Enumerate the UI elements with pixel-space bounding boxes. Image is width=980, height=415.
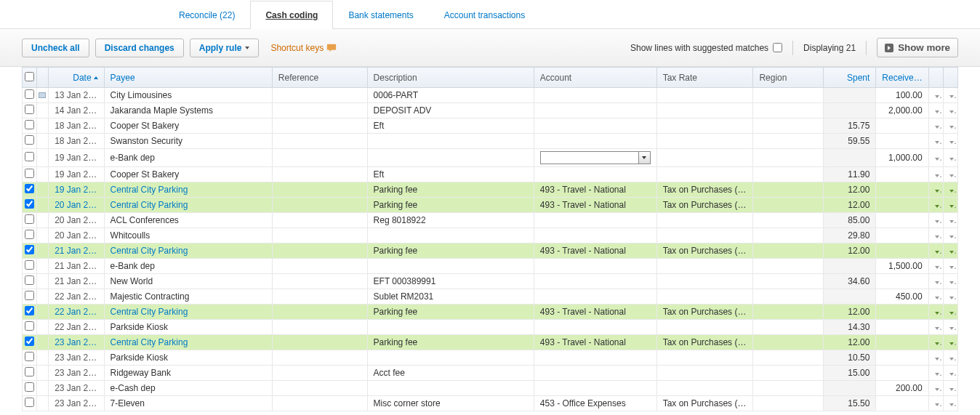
table-row[interactable]: 20 Jan 2024Central City ParkingParking f…: [23, 198, 958, 213]
apply-rule-button[interactable]: Apply rule: [190, 39, 260, 57]
date-cell[interactable]: 18 Jan 2024: [49, 118, 104, 134]
row-menu-1[interactable]: [928, 182, 943, 198]
row-checkbox-cell[interactable]: [23, 88, 37, 103]
row-checkbox[interactable]: [25, 169, 34, 178]
table-row[interactable]: 18 Jan 2024Swanston Security59.55: [23, 134, 958, 149]
account-cell[interactable]: 493 - Travel - National: [534, 305, 656, 320]
region-cell[interactable]: [753, 228, 824, 243]
payee-cell[interactable]: Majestic Contracting: [104, 289, 272, 305]
date-cell[interactable]: 22 Jan 2024: [49, 320, 104, 335]
row-menu-2[interactable]: [943, 228, 957, 243]
description-cell[interactable]: Eft: [367, 167, 534, 182]
date-cell[interactable]: 19 Jan 2024: [49, 167, 104, 182]
table-row[interactable]: 19 Jan 2024Cooper St BakeryEft11.90: [23, 167, 958, 182]
date-cell[interactable]: 23 Jan 2024: [49, 396, 104, 411]
region-cell[interactable]: [753, 167, 824, 182]
row-menu-2[interactable]: [943, 167, 957, 182]
reference-cell[interactable]: [272, 149, 367, 167]
row-menu-1[interactable]: [928, 103, 943, 118]
date-cell[interactable]: 23 Jan 2024: [49, 350, 104, 366]
reference-cell[interactable]: [272, 305, 367, 320]
account-header[interactable]: Account: [534, 68, 656, 88]
date-cell[interactable]: 22 Jan 2024: [49, 305, 104, 320]
region-cell[interactable]: [753, 350, 824, 366]
date-cell[interactable]: 13 Jan 2024: [49, 88, 104, 103]
row-menu-2[interactable]: [943, 134, 957, 149]
row-menu-1[interactable]: [928, 320, 943, 335]
row-checkbox[interactable]: [25, 214, 34, 224]
region-cell[interactable]: [753, 259, 824, 274]
show-matches-checkbox[interactable]: [773, 43, 782, 52]
payee-header[interactable]: Payee: [104, 68, 272, 88]
row-checkbox[interactable]: [25, 352, 34, 361]
payee-cell[interactable]: e-Bank dep: [104, 149, 272, 167]
row-menu-2[interactable]: [943, 305, 957, 320]
tab-reconcile[interactable]: Reconcile (22): [164, 1, 250, 29]
row-checkbox[interactable]: [25, 275, 34, 285]
table-row[interactable]: 23 Jan 2024e-Cash dep200.00: [23, 381, 958, 396]
description-cell[interactable]: [367, 228, 534, 243]
payee-cell[interactable]: Parkside Kiosk: [104, 320, 272, 335]
region-cell[interactable]: [753, 118, 824, 134]
row-checkbox[interactable]: [25, 199, 34, 209]
row-checkbox-cell[interactable]: [23, 228, 37, 243]
tax-cell[interactable]: Tax on Purchases (8.2…: [656, 182, 753, 198]
reference-cell[interactable]: [272, 335, 367, 350]
row-checkbox-cell[interactable]: [23, 118, 37, 134]
account-cell[interactable]: [534, 134, 656, 149]
reference-cell[interactable]: [272, 228, 367, 243]
row-checkbox[interactable]: [25, 337, 34, 346]
tax-cell[interactable]: [656, 88, 753, 103]
table-row[interactable]: 21 Jan 2024e-Bank dep1,500.00: [23, 259, 958, 274]
received-header[interactable]: Receive…: [876, 68, 928, 88]
row-checkbox[interactable]: [25, 152, 34, 161]
row-checkbox[interactable]: [25, 184, 34, 193]
payee-cell[interactable]: e-Bank dep: [104, 259, 272, 274]
row-menu-2[interactable]: [943, 289, 957, 305]
row-checkbox[interactable]: [25, 306, 34, 315]
row-menu-1[interactable]: [928, 213, 943, 228]
description-cell[interactable]: Parking fee: [367, 305, 534, 320]
description-cell[interactable]: [367, 320, 534, 335]
row-menu-1[interactable]: [928, 381, 943, 396]
payee-cell[interactable]: Central City Parking: [104, 243, 272, 259]
row-menu-2[interactable]: [943, 259, 957, 274]
row-menu-1[interactable]: [928, 305, 943, 320]
row-checkbox-cell[interactable]: [23, 103, 37, 118]
region-cell[interactable]: [753, 149, 824, 167]
account-dropdown[interactable]: [540, 151, 651, 164]
date-header[interactable]: Date: [49, 68, 104, 88]
account-cell[interactable]: [534, 366, 656, 381]
region-header[interactable]: Region: [753, 68, 824, 88]
row-menu-2[interactable]: [943, 182, 957, 198]
row-menu-1[interactable]: [928, 118, 943, 134]
reference-cell[interactable]: [272, 243, 367, 259]
reference-cell[interactable]: [272, 259, 367, 274]
row-checkbox-cell[interactable]: [23, 305, 37, 320]
row-menu-1[interactable]: [928, 88, 943, 103]
date-cell[interactable]: 20 Jan 2024: [49, 198, 104, 213]
date-cell[interactable]: 19 Jan 2024: [49, 149, 104, 167]
tax-cell[interactable]: Tax on Purchases (8.2…: [656, 396, 753, 411]
row-menu-1[interactable]: [928, 167, 943, 182]
region-cell[interactable]: [753, 335, 824, 350]
reference-header[interactable]: Reference: [272, 68, 367, 88]
account-cell[interactable]: 493 - Travel - National: [534, 243, 656, 259]
row-checkbox-cell[interactable]: [23, 274, 37, 289]
description-cell[interactable]: [367, 259, 534, 274]
date-cell[interactable]: 21 Jan 2024: [49, 243, 104, 259]
table-row[interactable]: 14 Jan 2024Jakaranda Maple SystemsDEPOSI…: [23, 103, 958, 118]
account-cell[interactable]: [534, 103, 656, 118]
region-cell[interactable]: [753, 274, 824, 289]
region-cell[interactable]: [753, 213, 824, 228]
row-checkbox-cell[interactable]: [23, 182, 37, 198]
row-menu-2[interactable]: [943, 88, 957, 103]
account-cell[interactable]: [534, 289, 656, 305]
tax-cell[interactable]: [656, 274, 753, 289]
date-cell[interactable]: 23 Jan 2024: [49, 335, 104, 350]
reference-cell[interactable]: [272, 381, 367, 396]
region-cell[interactable]: [753, 243, 824, 259]
table-row[interactable]: 19 Jan 2024e-Bank dep1,000.00: [23, 149, 958, 167]
row-checkbox[interactable]: [25, 245, 34, 254]
tax-cell[interactable]: Tax on Purchases (8.2…: [656, 198, 753, 213]
